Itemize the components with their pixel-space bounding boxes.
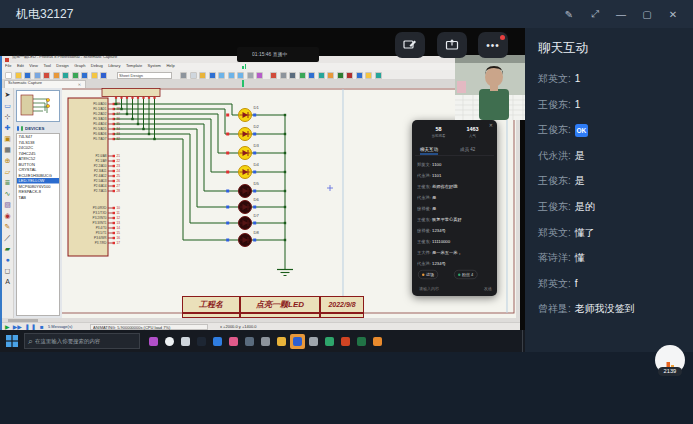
toolbar-icon[interactable] (247, 72, 254, 79)
toolbar-icon[interactable] (199, 72, 206, 79)
overlay-tab-chat[interactable]: 聊天互动 (420, 146, 438, 155)
palette-tool-icon[interactable]: ∿ (3, 189, 13, 199)
toolbar-icon[interactable] (356, 72, 363, 79)
taskbar-app-icon[interactable] (258, 334, 273, 349)
menu-template[interactable]: Template (126, 63, 142, 68)
toolbar-icon[interactable] (318, 72, 325, 79)
palette-tool-icon[interactable]: ▦ (3, 145, 13, 155)
vertical-scrollbar[interactable] (516, 88, 520, 318)
palette-tool-icon[interactable]: ▰ (3, 244, 13, 254)
palette-tool-icon[interactable]: ▱ (3, 167, 13, 177)
toolbar-icon[interactable] (218, 72, 225, 79)
toolbar-icon[interactable] (34, 72, 41, 79)
taskbar-app-icon[interactable] (338, 334, 353, 349)
toolbar-icon[interactable] (15, 72, 22, 79)
taskbar-app-icon[interactable] (354, 334, 369, 349)
minimize-icon[interactable]: — (611, 5, 631, 23)
toolbar-icon[interactable] (100, 72, 107, 79)
taskbar-app-icon[interactable] (178, 334, 193, 349)
taskbar-app-icon[interactable] (162, 334, 177, 349)
toolbar-icon[interactable] (299, 72, 306, 79)
taskbar-app-icon[interactable] (322, 334, 337, 349)
overlay-tab-members[interactable]: 成员 42 (460, 146, 475, 153)
palette-tool-icon[interactable]: ▭ (3, 101, 13, 111)
toolbar-icon[interactable] (228, 72, 235, 79)
toolbar-icon[interactable] (346, 72, 353, 79)
toolbar-icon[interactable] (24, 72, 31, 79)
taskbar-app-icon[interactable] (242, 334, 257, 349)
palette-tool-icon[interactable]: ✚ (3, 123, 13, 133)
share-screen-button[interactable] (437, 32, 467, 58)
toolbar-icon[interactable] (81, 72, 88, 79)
chat-message-list[interactable]: 郑英文:1王俊东:1王俊东:OK代永洪:是王俊东:是王俊东:是的郑英文:懂了蒋诗… (538, 72, 685, 316)
toolbar-icon[interactable] (256, 72, 263, 79)
overlay-chat-input[interactable]: 请输入内容 (419, 286, 439, 292)
toolbar-icon[interactable] (62, 72, 69, 79)
palette-tool-icon[interactable]: ▣ (3, 134, 13, 144)
toolbar-icon[interactable] (180, 72, 187, 79)
toolbar-icon[interactable] (270, 72, 277, 79)
menu-debug[interactable]: Debug (91, 63, 103, 68)
taskbar-app-icon[interactable] (274, 334, 289, 349)
toolbar-icon[interactable] (375, 72, 382, 79)
show-desktop-button[interactable] (522, 330, 525, 352)
start-button[interactable] (6, 335, 18, 347)
library-button[interactable] (21, 126, 23, 131)
annotate-button[interactable] (395, 32, 425, 58)
schematic-preview-pane[interactable] (16, 90, 60, 122)
taskbar-app-icon[interactable] (226, 334, 241, 349)
palette-tool-icon[interactable]: ✎ (3, 222, 13, 232)
toolbar-icon[interactable] (72, 72, 79, 79)
overlay-send-button[interactable]: 发送 (484, 286, 492, 292)
menu-graph[interactable]: Graph (74, 63, 85, 68)
overlay-entry-pill[interactable]: 进场 (418, 270, 438, 279)
close-icon[interactable]: ✕ (663, 5, 683, 23)
pick-devices-button[interactable] (17, 126, 19, 131)
tab-close-icon[interactable]: ✕ (78, 82, 81, 87)
toolbar-icon[interactable] (327, 72, 334, 79)
taskbar-app-icon[interactable] (370, 334, 385, 349)
toolbar-icon[interactable] (308, 72, 315, 79)
stream-overlay-panel[interactable]: ✕ 58 当前观看 1463 人气 聊天互动 成员 42 郑英文: 1100代永… (412, 120, 497, 296)
taskbar-search-box[interactable]: ⌕ 在这里输入你要搜索的内容 (24, 333, 140, 349)
device-list-item[interactable]: TAB (17, 195, 59, 201)
palette-tool-icon[interactable]: ⊹ (3, 112, 13, 122)
toolbar-icon[interactable] (91, 72, 98, 79)
maximize-icon[interactable]: ▢ (637, 5, 657, 23)
more-options-button[interactable]: ••• (478, 32, 508, 58)
toolbar-icon[interactable] (365, 72, 372, 79)
toolbar-icon[interactable] (43, 72, 50, 79)
toolbar-icon[interactable] (280, 72, 287, 79)
toolbar-icon[interactable] (5, 72, 12, 79)
menu-design[interactable]: Design (56, 63, 68, 68)
toolbar-icon[interactable] (209, 72, 216, 79)
menu-edit[interactable]: Edit (17, 63, 24, 68)
taskbar-app-icon[interactable] (194, 334, 209, 349)
palette-tool-icon[interactable]: ● (3, 255, 13, 265)
menu-system[interactable]: System (148, 63, 161, 68)
edit-icon[interactable]: ✎ (559, 5, 579, 23)
devices-list[interactable]: 74LS4774LS13824C02C74HC245AT89C52BUTTONC… (16, 133, 60, 316)
menu-view[interactable]: View (29, 63, 38, 68)
palette-tool-icon[interactable]: ／ (3, 233, 13, 243)
toolbar-icon[interactable] (53, 72, 60, 79)
menu-tool[interactable]: Tool (43, 63, 50, 68)
palette-tool-icon[interactable]: ➤ (3, 90, 13, 100)
palette-tool-icon[interactable]: ⊕ (3, 156, 13, 166)
palette-tool-icon[interactable]: ≣ (3, 178, 13, 188)
menu-help[interactable]: Help (166, 63, 174, 68)
taskbar-app-icon[interactable] (210, 334, 225, 349)
palette-tool-icon[interactable]: ◉ (3, 211, 13, 221)
toolbar-icon[interactable] (337, 72, 344, 79)
overlay-fans-pill[interactable]: 粉丝 4 (454, 270, 477, 279)
palette-tool-icon[interactable]: ▨ (3, 200, 13, 210)
sheet-dropdown[interactable]: Sheet Design (117, 72, 172, 79)
hot-rank-badge[interactable]: 2139 (655, 345, 685, 377)
palette-tool-icon[interactable]: A (3, 277, 13, 287)
tab-schematic-capture[interactable]: Schematic Capture ✕ (4, 80, 86, 88)
webcam-thumbnail[interactable] (455, 55, 525, 120)
menu-library[interactable]: Library (108, 63, 120, 68)
toolbar-icon[interactable] (190, 72, 197, 79)
palette-tool-icon[interactable]: ◻ (3, 266, 13, 276)
menu-file[interactable]: File (5, 63, 11, 68)
